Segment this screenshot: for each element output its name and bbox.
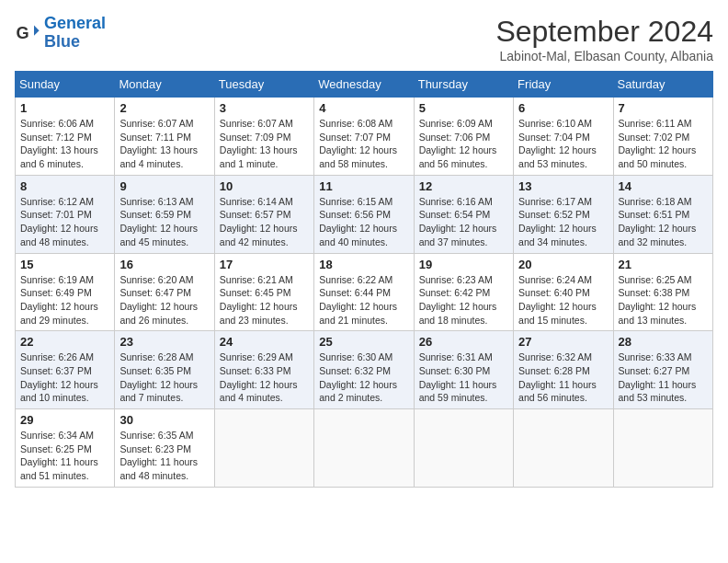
day-info: Sunrise: 6:14 AMSunset: 6:57 PMDaylight:… (220, 195, 309, 249)
day-number: 26 (419, 335, 508, 349)
calendar-cell: 18Sunrise: 6:22 AMSunset: 6:44 PMDayligh… (314, 253, 414, 331)
calendar-cell: 23Sunrise: 6:28 AMSunset: 6:35 PMDayligh… (115, 331, 214, 409)
day-number: 5 (419, 101, 508, 115)
header-cell-monday: Monday (115, 72, 214, 98)
day-info: Sunrise: 6:22 AMSunset: 6:44 PMDaylight:… (319, 273, 408, 327)
calendar-cell: 1Sunrise: 6:06 AMSunset: 7:12 PMDaylight… (16, 98, 115, 176)
day-info: Sunrise: 6:26 AMSunset: 6:37 PMDaylight:… (20, 350, 109, 405)
day-number: 18 (319, 258, 408, 271)
day-info: Sunrise: 6:08 AMSunset: 7:07 PMDaylight:… (319, 117, 408, 171)
calendar-cell: 6Sunrise: 6:10 AMSunset: 7:04 PMDaylight… (514, 98, 613, 176)
day-info: Sunrise: 6:29 AMSunset: 6:33 PMDaylight:… (220, 350, 309, 405)
calendar-cell: 25Sunrise: 6:30 AMSunset: 6:32 PMDayligh… (314, 331, 414, 409)
calendar-cell: 13Sunrise: 6:17 AMSunset: 6:52 PMDayligh… (514, 175, 613, 253)
day-number: 9 (119, 179, 209, 193)
day-number: 16 (119, 258, 209, 271)
month-year: September 2024 (495, 15, 713, 49)
svg-text:G: G (16, 23, 28, 41)
calendar-cell: 9Sunrise: 6:13 AMSunset: 6:59 PMDaylight… (115, 175, 214, 253)
calendar-cell: 2Sunrise: 6:07 AMSunset: 7:11 PMDaylight… (115, 98, 214, 176)
page-header: G General Blue September 2024 Labinot-Ma… (15, 15, 713, 63)
day-info: Sunrise: 6:20 AMSunset: 6:47 PMDaylight:… (119, 273, 209, 327)
title-block: September 2024 Labinot-Mal, Elbasan Coun… (495, 15, 713, 63)
day-number: 4 (319, 101, 408, 115)
logo: G General Blue (15, 15, 106, 52)
calendar-cell: 27Sunrise: 6:32 AMSunset: 6:28 PMDayligh… (514, 331, 613, 409)
calendar-row: 29Sunrise: 6:34 AMSunset: 6:25 PMDayligh… (16, 409, 713, 488)
day-number: 27 (518, 335, 608, 349)
day-number: 6 (518, 101, 608, 115)
header-cell-wednesday: Wednesday (314, 72, 414, 98)
calendar-row: 15Sunrise: 6:19 AMSunset: 6:49 PMDayligh… (16, 253, 713, 331)
svg-marker-1 (34, 25, 40, 35)
calendar-cell: 29Sunrise: 6:34 AMSunset: 6:25 PMDayligh… (16, 409, 115, 488)
calendar-cell: 3Sunrise: 6:07 AMSunset: 7:09 PMDaylight… (214, 98, 313, 176)
calendar-cell: 15Sunrise: 6:19 AMSunset: 6:49 PMDayligh… (16, 253, 115, 331)
calendar-cell (414, 409, 513, 488)
day-number: 2 (119, 101, 209, 115)
calendar-cell (314, 409, 414, 488)
day-info: Sunrise: 6:16 AMSunset: 6:54 PMDaylight:… (419, 195, 508, 249)
calendar-cell: 12Sunrise: 6:16 AMSunset: 6:54 PMDayligh… (414, 175, 513, 253)
day-info: Sunrise: 6:35 AMSunset: 6:23 PMDaylight:… (119, 429, 209, 483)
calendar-cell: 17Sunrise: 6:21 AMSunset: 6:45 PMDayligh… (214, 253, 313, 331)
calendar-cell (613, 409, 712, 488)
calendar-cell: 4Sunrise: 6:08 AMSunset: 7:07 PMDaylight… (314, 98, 414, 176)
day-info: Sunrise: 6:19 AMSunset: 6:49 PMDaylight:… (20, 273, 109, 327)
calendar-cell: 22Sunrise: 6:26 AMSunset: 6:37 PMDayligh… (16, 331, 115, 409)
day-number: 17 (220, 258, 309, 271)
day-info: Sunrise: 6:28 AMSunset: 6:35 PMDaylight:… (119, 350, 209, 405)
day-number: 12 (419, 179, 508, 193)
day-number: 15 (20, 258, 109, 271)
calendar-cell: 10Sunrise: 6:14 AMSunset: 6:57 PMDayligh… (214, 175, 313, 253)
day-info: Sunrise: 6:33 AMSunset: 6:27 PMDaylight:… (619, 350, 708, 405)
header-cell-tuesday: Tuesday (214, 72, 313, 98)
calendar-cell: 7Sunrise: 6:11 AMSunset: 7:02 PMDaylight… (613, 98, 712, 176)
day-number: 1 (20, 101, 109, 115)
day-number: 22 (20, 335, 109, 349)
day-info: Sunrise: 6:07 AMSunset: 7:09 PMDaylight:… (220, 117, 309, 171)
calendar-cell: 26Sunrise: 6:31 AMSunset: 6:30 PMDayligh… (414, 331, 513, 409)
day-info: Sunrise: 6:10 AMSunset: 7:04 PMDaylight:… (518, 117, 608, 171)
day-number: 23 (119, 335, 209, 349)
calendar: SundayMondayTuesdayWednesdayThursdayFrid… (15, 71, 713, 488)
day-number: 13 (518, 179, 608, 193)
day-info: Sunrise: 6:07 AMSunset: 7:11 PMDaylight:… (119, 117, 209, 171)
calendar-cell: 14Sunrise: 6:18 AMSunset: 6:51 PMDayligh… (613, 175, 712, 253)
header-cell-thursday: Thursday (414, 72, 513, 98)
day-number: 10 (220, 179, 309, 193)
logo-text: General Blue (44, 15, 106, 52)
day-number: 7 (619, 101, 708, 115)
day-number: 3 (220, 101, 309, 115)
calendar-cell: 21Sunrise: 6:25 AMSunset: 6:38 PMDayligh… (613, 253, 712, 331)
day-info: Sunrise: 6:11 AMSunset: 7:02 PMDaylight:… (619, 117, 708, 171)
day-info: Sunrise: 6:25 AMSunset: 6:38 PMDaylight:… (619, 273, 708, 327)
location: Labinot-Mal, Elbasan County, Albania (495, 49, 713, 63)
calendar-cell: 19Sunrise: 6:23 AMSunset: 6:42 PMDayligh… (414, 253, 513, 331)
day-number: 19 (419, 258, 508, 271)
day-info: Sunrise: 6:32 AMSunset: 6:28 PMDaylight:… (518, 350, 608, 405)
day-info: Sunrise: 6:24 AMSunset: 6:40 PMDaylight:… (518, 273, 608, 327)
calendar-cell: 30Sunrise: 6:35 AMSunset: 6:23 PMDayligh… (115, 409, 214, 488)
day-info: Sunrise: 6:12 AMSunset: 7:01 PMDaylight:… (20, 195, 109, 249)
day-info: Sunrise: 6:23 AMSunset: 6:42 PMDaylight:… (419, 273, 508, 327)
day-number: 28 (619, 335, 708, 349)
day-number: 25 (319, 335, 408, 349)
day-number: 24 (220, 335, 309, 349)
header-cell-friday: Friday (514, 72, 613, 98)
calendar-header: SundayMondayTuesdayWednesdayThursdayFrid… (16, 72, 713, 98)
header-row: SundayMondayTuesdayWednesdayThursdayFrid… (16, 72, 713, 98)
header-cell-saturday: Saturday (613, 72, 712, 98)
calendar-cell: 28Sunrise: 6:33 AMSunset: 6:27 PMDayligh… (613, 331, 712, 409)
calendar-cell: 20Sunrise: 6:24 AMSunset: 6:40 PMDayligh… (514, 253, 613, 331)
calendar-row: 1Sunrise: 6:06 AMSunset: 7:12 PMDaylight… (16, 98, 713, 176)
day-number: 8 (20, 179, 109, 193)
day-info: Sunrise: 6:13 AMSunset: 6:59 PMDaylight:… (119, 195, 209, 249)
day-number: 30 (119, 413, 209, 427)
calendar-cell: 5Sunrise: 6:09 AMSunset: 7:06 PMDaylight… (414, 98, 513, 176)
calendar-cell: 24Sunrise: 6:29 AMSunset: 6:33 PMDayligh… (214, 331, 313, 409)
calendar-cell (514, 409, 613, 488)
calendar-cell: 11Sunrise: 6:15 AMSunset: 6:56 PMDayligh… (314, 175, 414, 253)
day-number: 11 (319, 179, 408, 193)
day-info: Sunrise: 6:06 AMSunset: 7:12 PMDaylight:… (20, 117, 109, 171)
